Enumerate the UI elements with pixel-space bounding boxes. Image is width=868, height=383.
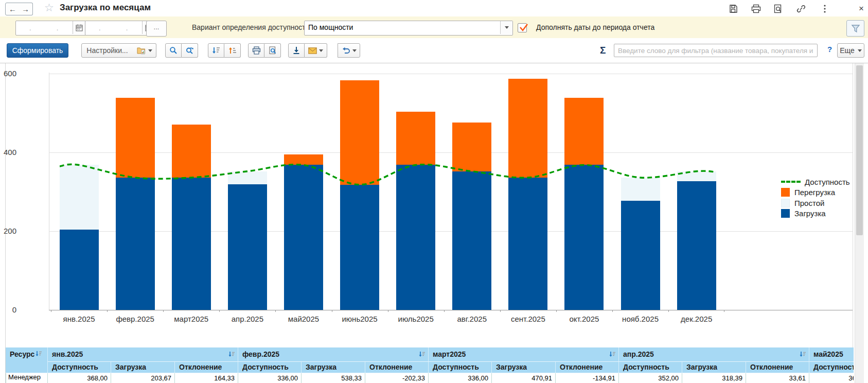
bar-segment-перегрузка-февр.2025[interactable] (116, 98, 155, 178)
table-cell-value[interactable]: 336,00 (429, 373, 492, 383)
close-icon[interactable]: × (856, 3, 867, 14)
legend-item-доступность[interactable]: Доступность (781, 177, 850, 187)
group-header-янв.2025[interactable]: янв.2025 (48, 347, 238, 362)
bar-segment-загрузка-янв.2025[interactable] (60, 230, 99, 310)
column-sort-icon[interactable] (36, 351, 42, 359)
undo-icon[interactable] (338, 43, 360, 58)
sub-header-март2025-Отклонение[interactable]: Отклонение (556, 362, 619, 373)
bar-segment-перегрузка-авг.2025[interactable] (452, 123, 491, 171)
settings-button[interactable]: Настройки... (81, 43, 133, 58)
table-cell-value[interactable]: 470,91 (492, 373, 556, 383)
more-vertical-icon[interactable] (819, 3, 830, 14)
vertical-scrollbar[interactable] (855, 63, 864, 383)
preview-icon[interactable] (264, 43, 281, 58)
group-header-апр.2025[interactable]: апр.2025 (619, 347, 809, 362)
table-cell-value[interactable]: 33,61 (746, 373, 809, 383)
back-arrow-icon[interactable]: ← (5, 3, 20, 15)
table-cell-value[interactable]: 368,00 (809, 373, 854, 383)
legend-item-перегрузка[interactable]: Перегрузка (781, 187, 835, 198)
date-to-input[interactable] (85, 21, 142, 35)
sub-header-май2025-Доступность[interactable]: Доступность (809, 362, 854, 373)
table-cell-resource[interactable]: Менеджер (6, 373, 48, 383)
sub-header-март2025-Загрузка[interactable]: Загрузка (492, 362, 556, 373)
group-header-февр.2025[interactable]: февр.2025 (238, 347, 429, 362)
sub-header-янв.2025-Отклонение[interactable]: Отклонение (175, 362, 238, 373)
sub-header-февр.2025-Отклонение[interactable]: Отклонение (365, 362, 429, 373)
bar-segment-загрузка-дек.2025[interactable] (677, 181, 716, 310)
table-cell-value[interactable]: 368,00 (48, 373, 111, 383)
column-sort-icon[interactable] (800, 351, 806, 359)
sub-header-февр.2025-Загрузка[interactable]: Загрузка (302, 362, 365, 373)
bar-segment-перегрузка-окт.2025[interactable] (564, 98, 604, 165)
bar-segment-загрузка-сент.2025[interactable] (508, 178, 547, 310)
bar-segment-перегрузка-март2025[interactable] (172, 125, 211, 178)
filter-funnel-icon[interactable] (846, 20, 864, 37)
sub-header-янв.2025-Загрузка[interactable]: Загрузка (111, 362, 175, 373)
bar-segment-загрузка-февр.2025[interactable] (116, 178, 155, 310)
table-cell-value[interactable]: 352,00 (619, 373, 682, 383)
group-header-март2025[interactable]: март2025 (429, 347, 619, 362)
sub-header-апр.2025-Загрузка[interactable]: Загрузка (682, 362, 746, 373)
find-next-icon[interactable] (182, 43, 198, 58)
column-header-resource[interactable]: Ресурс (6, 347, 48, 373)
group-header-май2025[interactable]: май2025 (809, 347, 854, 362)
date-to-field[interactable] (85, 21, 155, 36)
sub-header-март2025-Доступность[interactable]: Доступность (429, 362, 492, 373)
sub-header-апр.2025-Доступность[interactable]: Доступность (619, 362, 682, 373)
forward-arrow-icon[interactable]: → (19, 3, 33, 15)
find-icon[interactable] (165, 43, 182, 58)
sub-header-февр.2025-Доступность[interactable]: Доступность (238, 362, 302, 373)
bar-segment-перегрузка-июнь2025[interactable] (340, 80, 379, 185)
bar-segment-загрузка-июнь2025[interactable] (340, 185, 379, 310)
save-icon[interactable] (728, 3, 739, 14)
scrollbar-thumb[interactable] (856, 65, 863, 235)
date-from-field[interactable] (15, 21, 86, 36)
table-cell-value[interactable]: 318,39 (682, 373, 746, 383)
date-from-input[interactable] (16, 21, 73, 35)
table-cell-value[interactable]: 164,33 (175, 373, 238, 383)
search-input[interactable] (614, 44, 818, 57)
legend-item-простой[interactable]: Простой (781, 198, 824, 208)
print-preview-icon[interactable] (772, 3, 784, 14)
bar-segment-загрузка-нояб.2025[interactable] (621, 201, 660, 310)
column-sort-icon[interactable] (228, 351, 235, 359)
extend-dates-label[interactable]: Дополнять даты до периода отчета (536, 23, 654, 31)
table-cell-value[interactable]: -202,33 (365, 373, 429, 383)
table-cell-value[interactable]: 538,33 (302, 373, 365, 383)
bar-segment-перегрузка-май2025[interactable] (284, 154, 323, 165)
bar-segment-загрузка-окт.2025[interactable] (564, 165, 604, 310)
more-button[interactable]: Еще (837, 43, 864, 58)
bar-segment-простой-нояб.2025[interactable] (621, 178, 660, 201)
bar-segment-простой-янв.2025[interactable] (60, 165, 99, 230)
extend-dates-checkbox[interactable] (518, 23, 527, 32)
bar-segment-загрузка-апр.2025[interactable] (228, 184, 267, 310)
table-cell-value[interactable]: 336,00 (238, 373, 302, 383)
bar-segment-простой-апр.2025[interactable] (228, 171, 267, 185)
availability-option-select[interactable]: По мощности (304, 21, 513, 36)
favorite-star-icon[interactable]: ☆ (44, 2, 54, 14)
table-cell-value[interactable]: -134,91 (556, 373, 619, 383)
link-icon[interactable] (795, 3, 807, 14)
choose-period-button[interactable]: ... (146, 21, 167, 37)
chevron-down-icon[interactable] (500, 21, 512, 34)
bar-segment-загрузка-июль2025[interactable] (396, 165, 435, 310)
print-icon[interactable] (750, 3, 761, 14)
column-sort-icon[interactable] (609, 351, 616, 359)
bar-segment-загрузка-май2025[interactable] (284, 165, 323, 310)
legend-item-загрузка[interactable]: Загрузка (781, 208, 826, 219)
bar-segment-перегрузка-сент.2025[interactable] (508, 79, 547, 178)
send-email-button[interactable] (305, 43, 327, 58)
sub-header-апр.2025-Отклонение[interactable]: Отклонение (746, 362, 809, 373)
bar-segment-загрузка-авг.2025[interactable] (452, 171, 491, 310)
sub-header-янв.2025-Доступность[interactable]: Доступность (48, 362, 111, 373)
bar-segment-загрузка-март2025[interactable] (172, 178, 211, 310)
sort-desc-icon[interactable] (208, 43, 224, 58)
printer-icon[interactable] (248, 43, 264, 58)
bar-segment-перегрузка-июль2025[interactable] (396, 112, 435, 165)
bar-segment-простой-дек.2025[interactable] (677, 171, 716, 181)
generate-button[interactable]: Сформировать (7, 43, 68, 58)
sum-sigma-icon[interactable]: Σ (600, 45, 606, 56)
table-cell-value[interactable]: 203,67 (111, 373, 175, 383)
report-variants-button[interactable] (133, 43, 156, 58)
column-sort-icon[interactable] (419, 351, 426, 359)
